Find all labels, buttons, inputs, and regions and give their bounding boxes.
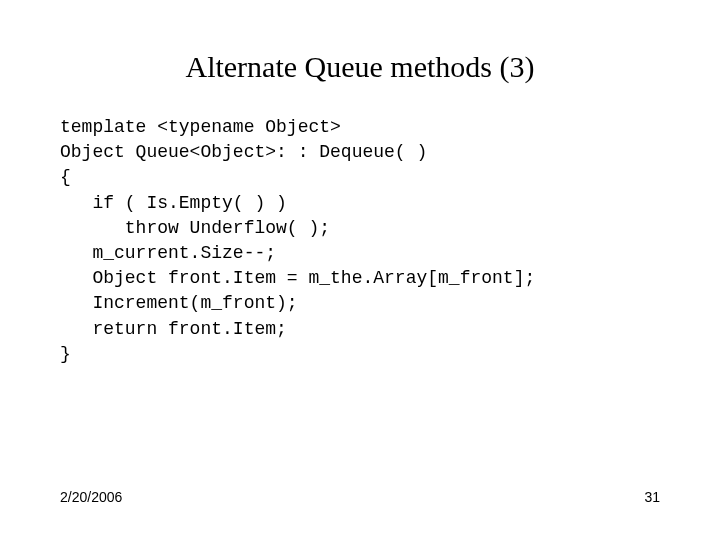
slide: Alternate Queue methods (3) template <ty…	[0, 0, 720, 540]
footer-page-number: 31	[644, 489, 660, 505]
code-line: Object front.Item = m_the.Array[m_front]…	[60, 268, 535, 288]
code-line: template <typename Object>	[60, 117, 341, 137]
code-line: Object Queue<Object>: : Dequeue( )	[60, 142, 427, 162]
code-line: throw Underflow( );	[60, 218, 330, 238]
code-block: template <typename Object> Object Queue<…	[60, 115, 535, 367]
code-line: m_current.Size--;	[60, 243, 276, 263]
slide-title: Alternate Queue methods (3)	[0, 50, 720, 84]
code-line: if ( Is.Empty( ) )	[60, 193, 287, 213]
footer-date: 2/20/2006	[60, 489, 122, 505]
code-line: {	[60, 167, 71, 187]
code-line: return front.Item;	[60, 319, 287, 339]
code-line: Increment(m_front);	[60, 293, 298, 313]
code-line: }	[60, 344, 71, 364]
